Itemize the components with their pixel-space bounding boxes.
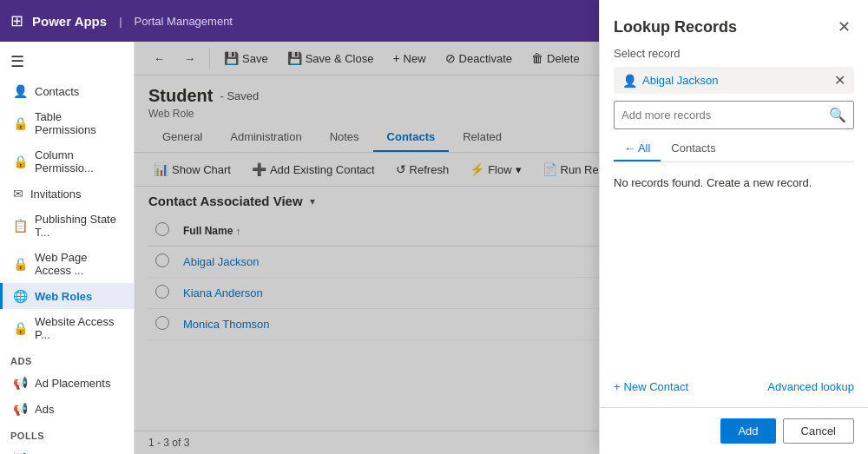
lookup-search-area: 🔍 — [614, 101, 854, 129]
sidebar-item-label: Table Permissions — [35, 110, 123, 136]
sidebar-item-web-roles[interactable]: 🌐 Web Roles — [0, 283, 134, 309]
lookup-tab-contacts[interactable]: Contacts — [661, 136, 726, 161]
sidebar-item-website-access[interactable]: 🔒 Website Access P... — [0, 309, 134, 347]
sidebar: ☰ 👤 Contacts 🔒 Table Permissions 🔒 Colum… — [0, 42, 135, 454]
polls-section-label: Polls — [0, 422, 134, 444]
sidebar-item-table-permissions[interactable]: 🔒 Table Permissions — [0, 104, 134, 142]
cancel-button[interactable]: Cancel — [783, 418, 854, 444]
sidebar-item-label: Ad Placements — [35, 377, 110, 390]
sidebar-item-publishing-state[interactable]: 📋 Publishing State T... — [0, 207, 134, 245]
sidebar-item-invitations[interactable]: ✉ Invitations — [0, 181, 134, 207]
selected-record-name: Abigal Jackson — [642, 74, 829, 87]
lookup-remove-button[interactable]: ✕ — [834, 72, 845, 89]
contacts-icon: 👤 — [13, 84, 28, 98]
sidebar-item-label: Website Access P... — [35, 315, 123, 341]
remove-icon: ✕ — [834, 73, 845, 88]
sidebar-item-ads[interactable]: 📢 Ads — [0, 396, 134, 422]
advanced-lookup-link[interactable]: Advanced lookup — [767, 380, 854, 393]
lookup-no-records: No records found. Create a new record. — [614, 176, 854, 189]
ads-section-label: Ads — [0, 347, 134, 370]
invitations-icon: ✉ — [13, 187, 23, 201]
new-contact-link[interactable]: + New Contact — [614, 380, 688, 393]
ad-placements-icon: 📢 — [13, 376, 28, 390]
website-access-icon: 🔒 — [13, 321, 28, 335]
sidebar-item-label: Web Roles — [35, 290, 92, 303]
lookup-title: Lookup Records — [614, 18, 737, 36]
lookup-panel: Lookup Records ✕ Select record 👤 Abigal … — [599, 0, 868, 454]
add-button[interactable]: Add — [720, 418, 775, 444]
sidebar-item-label: Invitations — [30, 188, 82, 201]
env-name: Portal Management — [135, 15, 233, 28]
lookup-footer: Add Cancel — [600, 407, 868, 454]
web-roles-icon: 🌐 — [13, 289, 28, 303]
ads-icon: 📢 — [13, 402, 28, 416]
sidebar-item-label: Publishing State T... — [35, 213, 123, 239]
sidebar-item-poll-placements[interactable]: 📊 Poll Placements — [0, 444, 134, 454]
selected-record-icon: 👤 — [622, 74, 637, 88]
lookup-actions-area: + New Contact Advanced lookup — [600, 366, 868, 407]
new-contact-label: New Contact — [624, 380, 688, 393]
top-bar-divider: | — [119, 15, 122, 28]
lookup-search-button[interactable]: 🔍 — [822, 102, 853, 128]
sidebar-item-column-permissions[interactable]: 🔒 Column Permissio... — [0, 142, 134, 181]
poll-placements-icon: 📊 — [13, 451, 28, 454]
sidebar-item-ad-placements[interactable]: 📢 Ad Placements — [0, 370, 134, 396]
table-permissions-icon: 🔒 — [13, 116, 28, 130]
sidebar-item-label: Ads — [35, 403, 54, 416]
sidebar-item-web-page-access[interactable]: 🔒 Web Page Access ... — [0, 245, 134, 283]
lookup-subtitle: Select record — [600, 47, 868, 67]
lookup-tabs: ← All Contacts — [614, 136, 854, 162]
sidebar-item-contacts[interactable]: 👤 Contacts — [0, 78, 134, 104]
lookup-body: No records found. Create a new record. — [600, 162, 868, 366]
sidebar-item-label: Column Permissio... — [35, 148, 123, 174]
hamburger-icon[interactable]: ☰ — [0, 45, 134, 78]
column-permissions-icon: 🔒 — [13, 155, 28, 168]
lookup-selected-area: 👤 Abigal Jackson ✕ — [614, 67, 854, 94]
lookup-search-input[interactable] — [615, 103, 822, 127]
lookup-header: Lookup Records ✕ — [600, 0, 868, 47]
web-page-access-icon: 🔒 — [13, 257, 28, 271]
app-name: Power Apps — [32, 14, 107, 29]
search-icon: 🔍 — [829, 108, 846, 122]
lookup-tab-all[interactable]: ← All — [614, 136, 661, 161]
sidebar-item-label: Poll Placements — [35, 451, 115, 455]
sidebar-item-label: Web Page Access ... — [35, 251, 123, 277]
lookup-close-button[interactable]: ✕ — [834, 14, 854, 40]
publishing-state-icon: 📋 — [13, 219, 28, 233]
close-icon: ✕ — [838, 18, 851, 36]
new-contact-icon: + — [614, 380, 621, 393]
sidebar-item-label: Contacts — [35, 85, 79, 98]
grid-icon[interactable]: ⊞ — [10, 11, 23, 30]
